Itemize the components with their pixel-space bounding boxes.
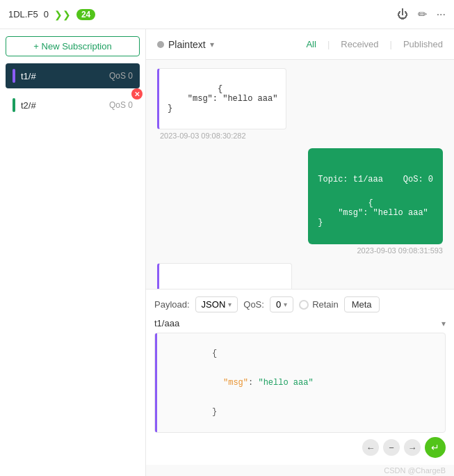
format-select-arrow-icon: ▾ bbox=[228, 301, 232, 308]
nav-minus-button[interactable]: − bbox=[383, 439, 400, 456]
messages-list: { "msg": "hello aaa" } 2023-09-03 09:08:… bbox=[146, 60, 454, 289]
filter-controls: All | Received | Published bbox=[306, 39, 443, 49]
filter-all[interactable]: All bbox=[306, 39, 316, 49]
sub-qos-label: QoS 0 bbox=[109, 71, 133, 81]
client-id: 1DL.F5 bbox=[8, 9, 38, 19]
send-button[interactable]: ↵ bbox=[425, 437, 446, 458]
nav-forward-button[interactable]: → bbox=[404, 439, 421, 456]
topic-chevron-icon[interactable]: ▾ bbox=[441, 319, 446, 328]
sub-color-indicator bbox=[13, 98, 15, 112]
format-chevron-icon[interactable]: ▾ bbox=[210, 40, 214, 49]
message-received-1: { "msg": "hello aaa" } 2023-09-03 09:08:… bbox=[157, 68, 357, 140]
message-timestamp: 2023-09-03 09:08:30:282 bbox=[157, 132, 246, 140]
filter-received[interactable]: Received bbox=[341, 39, 378, 49]
format-select[interactable]: JSON ▾ bbox=[195, 296, 238, 312]
bottom-input-area: Payload: JSON ▾ QoS: 0 ▾ Retain Meta t1 bbox=[146, 289, 454, 465]
main-layout: + New Subscription t1/# QoS 0 t2/# QoS 0… bbox=[0, 29, 454, 476]
watermark: CSDN @ChargeB bbox=[146, 465, 454, 476]
format-value: JSON bbox=[202, 299, 226, 310]
code-border bbox=[155, 333, 157, 432]
qos-value: 0 bbox=[276, 299, 281, 310]
message-bubble: Topic: t1/aaa QoS: 0 { "msg": "hello aaa… bbox=[157, 263, 292, 289]
message-timestamp: 2023-09-03 09:08:31:593 bbox=[357, 246, 443, 255]
more-icon[interactable]: ··· bbox=[437, 8, 446, 21]
retain-label: Retain bbox=[312, 299, 339, 310]
meta-button[interactable]: Meta bbox=[344, 296, 380, 312]
power-icon[interactable]: ⏻ bbox=[397, 8, 408, 21]
sub-item-left: t1/# bbox=[13, 69, 36, 83]
sub-topic-label: t1/# bbox=[21, 71, 36, 81]
send-icon: ↵ bbox=[431, 442, 439, 453]
chevron-icon: ❯❯ bbox=[54, 9, 71, 20]
code-open-brace: { bbox=[162, 339, 438, 368]
subscription-item-t2[interactable]: t2/# QoS 0 ✕ bbox=[6, 93, 140, 118]
top-bar-left: 1DL.F5 0 ❯❯ 24 bbox=[8, 9, 95, 20]
message-content: { "msg": "hello aaa" } bbox=[168, 84, 277, 113]
filter-published[interactable]: Published bbox=[403, 39, 443, 49]
code-key-value: "msg": "hello aaa" bbox=[162, 368, 438, 397]
client-count: 0 bbox=[44, 9, 49, 19]
qos-select-arrow-icon: ▾ bbox=[284, 301, 287, 308]
qos-label: QoS: bbox=[243, 299, 264, 310]
message-received-2: Topic: t1/aaa QoS: 0 { "msg": "hello aaa… bbox=[157, 263, 357, 289]
chat-area: Plaintext ▾ All | Received | Published {… bbox=[146, 29, 454, 476]
top-bar-right: ⏻ ✏ ··· bbox=[397, 8, 446, 21]
sub-qos-label: QoS 0 bbox=[109, 100, 133, 110]
message-content: { "msg": "hello aaa" } bbox=[318, 198, 428, 228]
sub-topic-label: t2/# bbox=[21, 100, 36, 111]
qos-select[interactable]: 0 ▾ bbox=[270, 296, 293, 312]
new-subscription-button[interactable]: + New Subscription bbox=[6, 36, 140, 56]
message-published-1: Topic: t1/aaa QoS: 0 { "msg": "hello aaa… bbox=[308, 148, 443, 255]
connection-badge[interactable]: 24 bbox=[76, 9, 95, 20]
message-topic: Topic: t1/aaa QoS: 0 bbox=[318, 175, 433, 184]
topic-input[interactable]: t1/aaa bbox=[154, 318, 179, 328]
close-subscription-icon[interactable]: ✕ bbox=[131, 88, 143, 100]
sub-item-left: t2/# bbox=[13, 98, 36, 112]
message-bubble: Topic: t1/aaa QoS: 0 { "msg": "hello aaa… bbox=[308, 148, 443, 244]
retain-radio-icon bbox=[299, 300, 309, 310]
code-input-area[interactable]: { "msg": "hello aaa" } bbox=[154, 333, 446, 433]
top-bar: 1DL.F5 0 ❯❯ 24 ⏻ ✏ ··· bbox=[0, 0, 454, 29]
topic-row: t1/aaa ▾ bbox=[154, 318, 446, 328]
message-bubble: { "msg": "hello aaa" } bbox=[157, 68, 286, 129]
connection-dot bbox=[157, 41, 164, 48]
code-close-brace: } bbox=[162, 397, 438, 427]
sidebar: + New Subscription t1/# QoS 0 t2/# QoS 0… bbox=[0, 29, 146, 476]
chat-header: Plaintext ▾ All | Received | Published bbox=[146, 29, 454, 60]
input-controls: Payload: JSON ▾ QoS: 0 ▾ Retain Meta bbox=[154, 296, 446, 312]
retain-toggle[interactable]: Retain bbox=[299, 299, 339, 310]
sub-color-indicator bbox=[13, 69, 15, 83]
subscription-item-t1[interactable]: t1/# QoS 0 bbox=[6, 63, 140, 88]
chat-header-left: Plaintext ▾ bbox=[157, 39, 214, 50]
send-controls: ← − → ↵ bbox=[154, 437, 446, 458]
edit-icon[interactable]: ✏ bbox=[418, 8, 427, 21]
topic-format-label: Plaintext bbox=[168, 39, 206, 50]
nav-back-button[interactable]: ← bbox=[362, 439, 379, 456]
payload-label: Payload: bbox=[154, 299, 190, 310]
